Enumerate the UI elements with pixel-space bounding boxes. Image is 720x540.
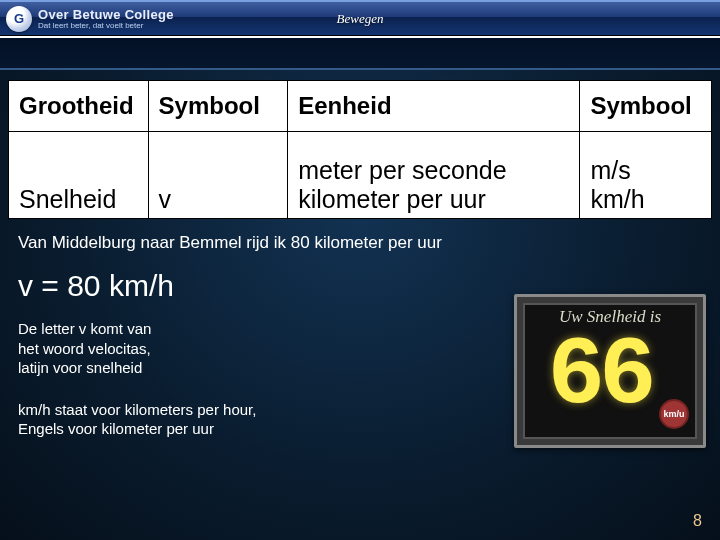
sign-value: 66 [525, 329, 673, 431]
table-header-row: Grootheid Symbool Eenheid Symbool [9, 81, 712, 132]
th-symbool: Symbool [148, 81, 288, 132]
sign-bezel: Uw Snelheid is 66 km/u [523, 303, 697, 439]
symbool2-line2: km/h [590, 185, 644, 213]
page-title: Bewegen [337, 11, 384, 27]
school-logo-icon: G [6, 6, 32, 32]
slide-number: 8 [693, 512, 702, 530]
th-grootheid: Grootheid [9, 81, 149, 132]
school-block: Over Betuwe College Dat leert beter, dat… [38, 8, 174, 30]
example-sentence: Van Middelburg naar Bemmel rijd ik 80 ki… [18, 233, 702, 253]
slide-header: G Over Betuwe College Dat leert beter, d… [0, 0, 720, 36]
sign-unit: km/u [659, 399, 689, 429]
cell-symbool2: m/s km/h [580, 132, 712, 219]
sub-header-bar [0, 38, 720, 70]
cell-eenheid: meter per seconde kilometer per uur [288, 132, 580, 219]
symbool2-line1: m/s [590, 156, 630, 184]
school-name: Over Betuwe College [38, 8, 174, 21]
cell-symbool: v [148, 132, 288, 219]
eenheid-line2: kilometer per uur [298, 185, 486, 213]
th-eenheid: Eenheid [288, 81, 580, 132]
th-symbool2: Symbool [580, 81, 712, 132]
cell-grootheid: Snelheid [9, 132, 149, 219]
school-tagline: Dat leert beter, dat voelt beter [38, 22, 174, 30]
eenheid-line1: meter per seconde [298, 156, 506, 184]
speed-sign-image: Uw Snelheid is 66 km/u [514, 294, 706, 448]
quantity-table: Grootheid Symbool Eenheid Symbool Snelhe… [8, 80, 712, 219]
table-row: Snelheid v meter per seconde kilometer p… [9, 132, 712, 219]
